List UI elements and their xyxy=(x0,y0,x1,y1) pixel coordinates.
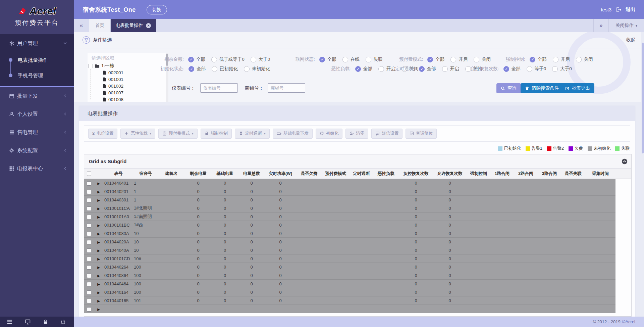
clear-search-button[interactable]: 清除搜索条件 xyxy=(521,83,563,93)
row-expand-icon[interactable]: ▶ xyxy=(97,274,100,278)
radio-option[interactable]: 等于0 xyxy=(527,66,546,72)
lock-icon[interactable] xyxy=(43,319,48,324)
table-row[interactable]: ▶ xyxy=(84,305,615,313)
row-expand-icon[interactable]: ▶ xyxy=(97,291,100,294)
row-checkbox[interactable] xyxy=(87,206,91,211)
table-row[interactable]: ▶00100101A01#南照明000000 xyxy=(84,213,615,221)
grid-collapse-icon[interactable] xyxy=(622,158,628,165)
row-checkbox[interactable] xyxy=(87,232,91,236)
sidebar-subitem[interactable]: 电表批量操作 xyxy=(0,52,74,68)
close-operations-menu[interactable]: 关闭操作 ▾ xyxy=(609,19,644,32)
table-row[interactable]: ▶001044030A10000000 xyxy=(84,229,615,238)
meter-no-input[interactable] xyxy=(200,83,238,93)
radio-unchecked-icon[interactable] xyxy=(251,57,256,62)
grid-col-header[interactable]: 表号 xyxy=(104,171,133,177)
row-checkbox[interactable] xyxy=(87,181,91,186)
grid-col-header[interactable]: 预付费模式 xyxy=(322,171,349,177)
grid-col-header[interactable]: 是否失联 xyxy=(561,171,585,177)
radio-option[interactable]: 全部 xyxy=(319,56,336,62)
tree-leaf[interactable]: 001002 xyxy=(88,83,168,89)
sidebar-item[interactable]: 电报表中心 xyxy=(0,159,74,178)
toolbar-button[interactable]: 短信设置 xyxy=(371,129,402,139)
row-expand-icon[interactable]: ▶ xyxy=(97,182,100,185)
tree-leaf[interactable]: 001007 xyxy=(88,89,168,96)
row-expand-icon[interactable]: ▶ xyxy=(97,224,100,227)
tab-home[interactable]: 首页 xyxy=(89,19,111,32)
row-expand-icon[interactable]: ▶ xyxy=(97,240,100,244)
grid-col-header[interactable]: 定时通断 xyxy=(349,171,374,177)
radio-option[interactable]: 全部 xyxy=(189,66,206,72)
radio-option[interactable]: 未初始化 xyxy=(244,66,270,72)
radio-unchecked-icon[interactable] xyxy=(552,66,558,72)
table-row[interactable]: ▶0010440264100000000 xyxy=(84,263,615,271)
table-row[interactable]: ▶00104404011000000 xyxy=(84,179,615,187)
radio-unchecked-icon[interactable] xyxy=(366,57,371,62)
radio-unchecked-icon[interactable] xyxy=(576,57,582,62)
tab-close-icon[interactable]: × xyxy=(146,23,151,28)
row-expand-icon[interactable]: ▶ xyxy=(97,257,100,261)
radio-checked-icon[interactable] xyxy=(427,57,433,62)
page-scrollbar[interactable] xyxy=(641,32,644,317)
radio-option[interactable]: 全部 xyxy=(503,66,521,72)
row-checkbox[interactable] xyxy=(87,274,91,278)
logout-icon[interactable] xyxy=(616,7,621,12)
tab-meter-batch-operation[interactable]: 电表批量操作 × xyxy=(111,19,156,32)
row-checkbox[interactable] xyxy=(87,299,91,303)
row-expand-icon[interactable]: ▶ xyxy=(97,299,100,303)
grid-col-header[interactable]: 3路合闸 xyxy=(538,171,561,177)
tabs-scroll-right-button[interactable]: » xyxy=(593,19,609,32)
grid-col-header[interactable]: 剩余电量 xyxy=(185,171,212,177)
radio-checked-icon[interactable] xyxy=(355,66,361,72)
radio-unchecked-icon[interactable] xyxy=(465,66,471,72)
row-checkbox[interactable] xyxy=(87,240,91,244)
row-expand-icon[interactable]: ▶ xyxy=(97,207,100,211)
row-checkbox[interactable] xyxy=(87,307,91,312)
row-checkbox[interactable] xyxy=(87,290,91,295)
row-expand-icon[interactable]: ▶ xyxy=(97,308,100,311)
radio-unchecked-icon[interactable] xyxy=(342,57,348,62)
row-expand-icon[interactable]: ▶ xyxy=(97,215,100,219)
sidebar-subitem[interactable]: 手机号管理 xyxy=(0,68,74,83)
radio-option[interactable]: 开启 xyxy=(450,56,468,62)
power-icon[interactable] xyxy=(60,319,66,325)
tree-leaf[interactable]: 001001 xyxy=(88,76,168,83)
table-row[interactable]: ▶00104402011000000 xyxy=(84,187,615,196)
table-row[interactable]: ▶00100101CA1#北照明000000 xyxy=(84,204,615,213)
grid-col-header[interactable]: 是否欠费 xyxy=(296,171,322,177)
table-row[interactable]: ▶0010440164100000000 xyxy=(84,288,615,296)
tabs-scroll-left-button[interactable]: « xyxy=(74,19,89,32)
toolbar-button[interactable]: 预付费模式▾ xyxy=(158,129,198,139)
radio-option[interactable]: 全部 xyxy=(188,56,205,62)
radio-option[interactable]: 失联 xyxy=(366,56,383,62)
radio-option[interactable]: 全部 xyxy=(419,66,436,72)
grid-col-header[interactable]: 恶性负载 xyxy=(374,171,398,177)
sidebar-item[interactable]: 系统配置 xyxy=(0,141,74,159)
toolbar-button[interactable]: 定时通断▾ xyxy=(235,129,270,139)
grid-col-header[interactable]: 电量总数 xyxy=(238,171,265,177)
grid-col-header[interactable]: 宿舍号 xyxy=(133,171,158,177)
sidebar-item[interactable]: 用户管理 xyxy=(0,34,74,52)
row-expand-icon[interactable]: ▶ xyxy=(97,232,100,236)
switch-system-button[interactable]: 切换 xyxy=(147,5,167,14)
radio-option[interactable]: 关闭 xyxy=(474,56,491,62)
radio-checked-icon[interactable] xyxy=(503,66,509,72)
radio-checked-icon[interactable] xyxy=(319,57,325,62)
toolbar-button[interactable]: ¥电价设置 xyxy=(88,129,117,139)
radio-unchecked-icon[interactable] xyxy=(211,57,217,62)
radio-option[interactable]: 大于0 xyxy=(251,56,270,62)
row-checkbox[interactable] xyxy=(87,248,91,253)
grid-col-header[interactable]: 基础电量 xyxy=(212,171,238,177)
radio-option[interactable]: 在线 xyxy=(342,56,360,62)
meter-export-button[interactable]: 抄表导出 xyxy=(561,83,594,93)
radio-option[interactable]: 大于0 xyxy=(552,66,572,72)
row-expand-icon[interactable]: ▶ xyxy=(97,190,100,194)
radio-unchecked-icon[interactable] xyxy=(450,57,456,62)
toolbar-button[interactable]: 清零 xyxy=(345,129,368,139)
row-checkbox[interactable] xyxy=(87,215,91,219)
radio-unchecked-icon[interactable] xyxy=(212,66,217,72)
radio-unchecked-icon[interactable] xyxy=(527,66,532,72)
row-expand-icon[interactable]: ▶ xyxy=(97,249,100,252)
sidebar-item[interactable]: 个人设置 xyxy=(0,105,74,123)
grid-col-header[interactable]: 负控恢复次数 xyxy=(398,171,433,177)
radio-option[interactable]: 开启 xyxy=(553,56,570,62)
